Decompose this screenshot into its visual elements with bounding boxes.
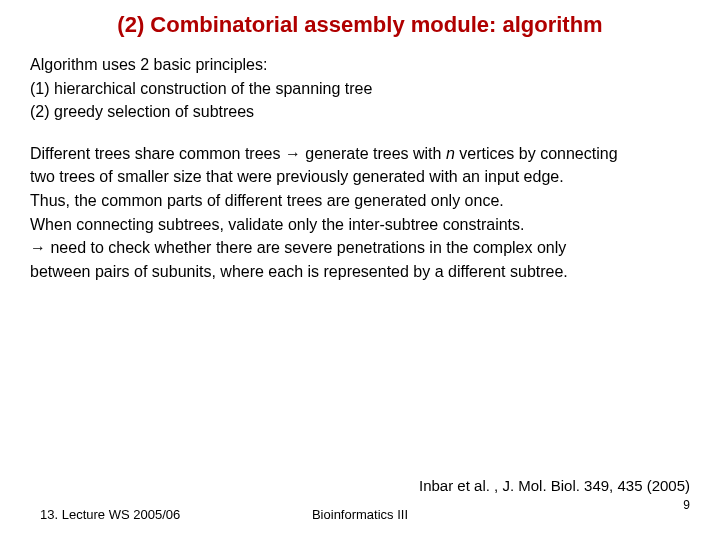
para-line-4: When connecting subtrees, validate only … (30, 214, 690, 236)
para-line-1: Different trees share common trees → gen… (30, 143, 690, 165)
slide-title: (2) Combinatorial assembly module: algor… (0, 12, 720, 38)
para-line-1b: vertices by connecting (455, 145, 618, 162)
para-line-5: → need to check whether there are severe… (30, 237, 690, 259)
spacer (30, 125, 690, 143)
footer-center: Bioinformatics III (0, 507, 720, 522)
intro-line-3: (2) greedy selection of subtrees (30, 101, 690, 123)
para-line-3: Thus, the common parts of different tree… (30, 190, 690, 212)
slide-body: Algorithm uses 2 basic principles: (1) h… (30, 54, 690, 284)
citation: Inbar et al. , J. Mol. Biol. 349, 435 (2… (419, 477, 690, 494)
intro-line-2: (1) hierarchical construction of the spa… (30, 78, 690, 100)
para-line-6: between pairs of subunits, where each is… (30, 261, 690, 283)
para-line-1-n: n (446, 145, 455, 162)
intro-line-1: Algorithm uses 2 basic principles: (30, 54, 690, 76)
para-line-1a: Different trees share common trees → gen… (30, 145, 446, 162)
para-line-2: two trees of smaller size that were prev… (30, 166, 690, 188)
slide: (2) Combinatorial assembly module: algor… (0, 0, 720, 540)
